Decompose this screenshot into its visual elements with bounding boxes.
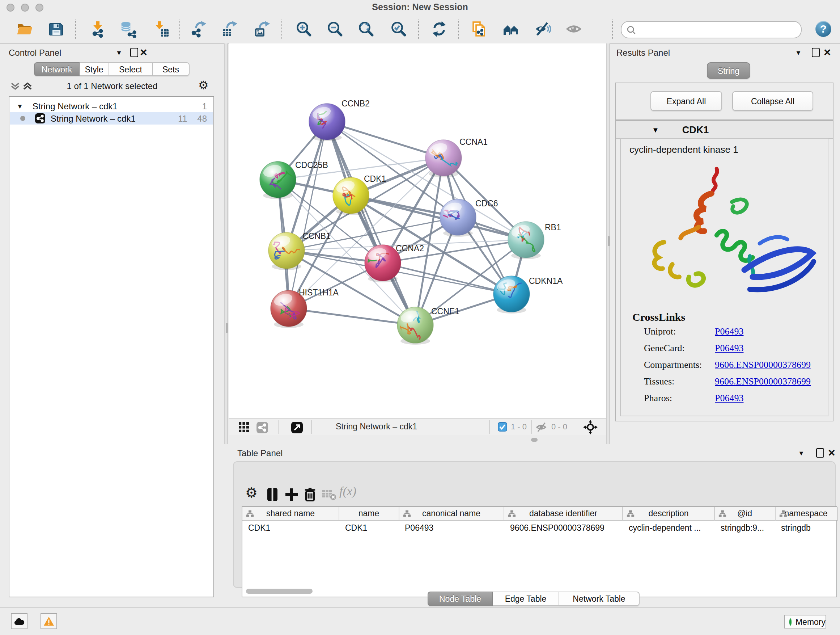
- search-icon: [627, 25, 636, 35]
- refresh-view-icon[interactable]: [431, 20, 448, 38]
- results-panel-float-icon[interactable]: ▼: [795, 49, 802, 57]
- export-image-icon[interactable]: [254, 20, 271, 38]
- save-session-icon[interactable]: [48, 20, 65, 38]
- network-canvas[interactable]: CCNB2CCNA1CDC25BCDK1CDC6RB1CCNB1CCNA2CDK…: [229, 43, 606, 418]
- gene-section-header[interactable]: ▼ CDK1: [616, 121, 833, 139]
- control-panel-float-icon[interactable]: ▼: [116, 49, 122, 57]
- results-panel: Results Panel ▼ ✕ String Expand All Coll…: [610, 43, 840, 444]
- network-view-icon[interactable]: [256, 421, 268, 434]
- table-cell[interactable]: P06493: [399, 521, 504, 534]
- search-input[interactable]: [639, 25, 795, 35]
- toolbar-separator: [281, 19, 282, 39]
- tab-node-table[interactable]: Node Table: [428, 592, 493, 606]
- results-panel-maximize-icon[interactable]: [812, 48, 820, 57]
- show-columns-icon[interactable]: [264, 486, 281, 503]
- gene-description: cyclin-dependent kinase 1: [630, 144, 738, 155]
- hide-selected-icon[interactable]: [534, 20, 551, 38]
- network-row[interactable]: String Network – cdk1 11 48: [10, 112, 213, 125]
- fit-selected-crosshair-icon[interactable]: [583, 420, 598, 434]
- column-header-database-identifier[interactable]: database identifier: [504, 507, 623, 521]
- table-cell[interactable]: stringdb: [775, 521, 837, 534]
- tab-sets[interactable]: Sets: [153, 62, 189, 76]
- collapse-all-button[interactable]: Collapse All: [732, 91, 813, 111]
- right-splitter-handle[interactable]: [607, 236, 609, 246]
- table-panel-close-icon[interactable]: ✕: [828, 448, 836, 458]
- left-splitter[interactable]: [224, 43, 228, 444]
- table-panel-maximize-icon[interactable]: [816, 448, 824, 458]
- grid-view-icon[interactable]: [239, 422, 249, 432]
- column-header--id[interactable]: @id: [715, 507, 775, 521]
- results-panel-close-icon[interactable]: ✕: [823, 47, 831, 58]
- node-label-cdc6: CDC6: [475, 199, 498, 208]
- network-node-rb1[interactable]: [508, 222, 544, 259]
- create-column-icon[interactable]: [283, 486, 300, 503]
- network-node-cdkn1a[interactable]: [493, 276, 530, 314]
- export-network-icon[interactable]: [190, 20, 208, 38]
- node-table[interactable]: shared namenamecanonical namedatabase id…: [242, 506, 837, 597]
- table-cell[interactable]: CDK1: [242, 521, 339, 534]
- open-in-window-icon[interactable]: [291, 421, 303, 434]
- crosslink-value-link[interactable]: P06493: [715, 393, 744, 404]
- tab-select[interactable]: Select: [109, 62, 153, 76]
- control-panel: Control Panel ▼ ✕ NetworkStyleSelectSets…: [0, 43, 224, 607]
- table-cell[interactable]: 9606.ENSP00000378699: [504, 521, 623, 534]
- crosslink-value-link[interactable]: 9606.ENSP00000378699: [715, 376, 811, 387]
- node-label-cdkn1a: CDKN1A: [529, 276, 563, 286]
- network-node-ccne1[interactable]: [397, 307, 433, 345]
- export-table-icon[interactable]: [221, 20, 239, 38]
- network-node-ccnb1[interactable]: [268, 233, 305, 270]
- show-all-icon[interactable]: [565, 20, 583, 38]
- cloud-status-button[interactable]: [11, 613, 27, 629]
- crosslink-value-link[interactable]: P06493: [715, 326, 744, 337]
- import-table-file-icon[interactable]: [153, 20, 170, 38]
- network-status-dot: [20, 116, 25, 121]
- open-session-icon[interactable]: [16, 20, 33, 38]
- column-header-description[interactable]: description: [623, 507, 715, 521]
- delete-column-trash-icon[interactable]: [302, 486, 319, 503]
- zoom-in-icon[interactable]: [295, 20, 313, 38]
- tree-expand-icon[interactable]: ▼: [17, 103, 23, 110]
- column-header-namespace[interactable]: namespace: [775, 507, 837, 521]
- control-panel-close-icon[interactable]: ✕: [140, 47, 148, 58]
- gear-icon[interactable]: ⚙: [198, 78, 209, 92]
- network-node-cdc6[interactable]: [440, 199, 476, 237]
- import-network-database-icon[interactable]: [119, 20, 137, 38]
- clone-network-icon[interactable]: [470, 20, 488, 38]
- zoom-out-icon[interactable]: [326, 20, 344, 38]
- table-cell[interactable]: cyclin-dependent ...: [623, 521, 715, 534]
- control-panel-maximize-icon[interactable]: [130, 48, 138, 57]
- table-panel-splitter-handle[interactable]: [531, 438, 538, 441]
- toolbar-separator: [458, 19, 459, 39]
- right-splitter[interactable]: [606, 43, 610, 444]
- network-node-cdk1[interactable]: [333, 177, 369, 215]
- help-button[interactable]: ?: [815, 21, 831, 37]
- hidden-eye-icon: [535, 421, 547, 433]
- table-cell[interactable]: CDK1: [339, 521, 399, 534]
- table-cell[interactable]: stringdb:9...: [715, 521, 775, 534]
- table-panel-float-icon[interactable]: ▼: [798, 450, 805, 457]
- table-hscrollbar[interactable]: [246, 589, 313, 594]
- gene-collapse-icon[interactable]: ▼: [652, 126, 659, 134]
- tab-network[interactable]: Network: [34, 62, 80, 76]
- tab-style[interactable]: Style: [80, 62, 109, 76]
- crosslink-value-link[interactable]: 9606.ENSP00000378699: [715, 359, 811, 371]
- column-header-canonical-name[interactable]: canonical name: [399, 507, 504, 521]
- tab-edge-table[interactable]: Edge Table: [493, 592, 559, 606]
- tab-string[interactable]: String: [707, 62, 750, 79]
- network-label: String Network – cdk1: [51, 113, 136, 124]
- network-collection-row[interactable]: ▼ String Network – cdk1 1: [10, 100, 213, 112]
- home-layout-icon[interactable]: [502, 20, 519, 38]
- expand-all-button[interactable]: Expand All: [651, 91, 722, 111]
- tab-network-table[interactable]: Network Table: [559, 592, 639, 606]
- zoom-selected-icon[interactable]: [390, 20, 407, 38]
- left-splitter-handle[interactable]: [225, 323, 227, 333]
- zoom-fit-content-icon[interactable]: [357, 20, 375, 38]
- selected-checkbox-icon[interactable]: [498, 422, 507, 432]
- table-settings-gear-icon[interactable]: ⚙: [245, 485, 257, 501]
- warnings-button[interactable]: [41, 613, 57, 629]
- column-header-shared-name[interactable]: shared name: [242, 507, 339, 521]
- memory-button[interactable]: Memory: [784, 615, 826, 629]
- column-header-name[interactable]: name: [339, 507, 399, 521]
- crosslink-value-link[interactable]: P06493: [715, 342, 744, 354]
- import-network-file-icon[interactable]: [89, 20, 106, 38]
